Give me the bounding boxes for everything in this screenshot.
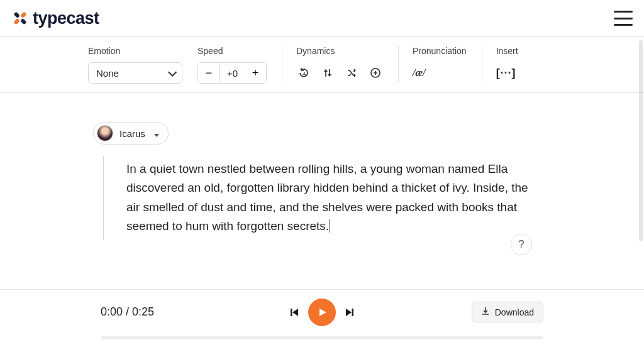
pronunciation-label: Pronunciation [413, 46, 467, 56]
divider [0, 289, 644, 290]
editor-area: Icarus In a quiet town nestled between r… [0, 93, 644, 287]
voice-name: Icarus [119, 128, 145, 139]
insert-pause-button[interactable]: [···] [496, 65, 516, 80]
svg-rect-2 [13, 11, 20, 18]
time-total: 0:25 [132, 305, 154, 318]
emotion-label: Emotion [88, 46, 182, 56]
speed-group: Speed − +0 + [197, 46, 282, 84]
svg-rect-3 [20, 18, 27, 25]
download-label: Download [495, 307, 534, 317]
progress-bar[interactable] [101, 336, 543, 339]
player-bar: 0:00 / 0:25 Download [0, 297, 644, 339]
script-block[interactable]: In a quiet town nestled between rolling … [103, 156, 543, 240]
pronunciation-group: Pronunciation /æ/ [413, 46, 482, 84]
script-text[interactable]: In a quiet town nestled between rolling … [126, 162, 528, 233]
voice-avatar-icon [97, 125, 113, 141]
emotion-dropdown[interactable]: None [88, 62, 182, 84]
dynamics-label: Dynamics [296, 46, 383, 56]
svg-rect-0 [20, 11, 27, 18]
help-icon: ? [518, 238, 524, 251]
scrollbar[interactable] [639, 40, 643, 241]
speed-stepper[interactable]: − +0 + [197, 62, 267, 84]
toolbar: Emotion None Speed − +0 + Dynamics [0, 36, 644, 93]
logo-mark-icon [11, 9, 29, 27]
emotion-value: None [96, 68, 119, 79]
download-icon [481, 307, 490, 317]
pronunciation-ipa-button[interactable]: /æ/ [413, 65, 425, 80]
svg-rect-1 [13, 18, 20, 25]
time-current: 0:00 [101, 305, 123, 318]
voice-selector[interactable]: Icarus [93, 122, 169, 145]
play-button[interactable] [308, 299, 336, 326]
toolbar-separator [398, 46, 399, 82]
toolbar-separator [282, 46, 282, 82]
svg-rect-5 [291, 309, 292, 316]
insert-label: Insert [496, 46, 518, 56]
playback-time: 0:00 / 0:25 [101, 305, 154, 319]
dynamics-pitch-icon[interactable] [320, 65, 335, 80]
speed-decrease-button[interactable]: − [198, 63, 219, 83]
brand-name: typecast [33, 9, 99, 28]
caret-down-icon [152, 128, 159, 139]
playback-controls [287, 299, 357, 326]
skip-next-button[interactable] [342, 305, 357, 320]
insert-group: Insert [···] [496, 46, 533, 84]
dynamics-reset-icon[interactable] [296, 65, 311, 80]
help-button[interactable]: ? [511, 234, 532, 255]
dynamics-shuffle-icon[interactable] [344, 65, 359, 80]
menu-button[interactable] [614, 11, 633, 26]
download-button[interactable]: Download [472, 302, 543, 322]
toolbar-separator [482, 46, 482, 82]
speed-value: +0 [219, 63, 245, 83]
speed-increase-button[interactable]: + [245, 63, 266, 83]
emotion-group: Emotion None [88, 46, 197, 84]
skip-prev-button[interactable] [287, 305, 302, 320]
dynamics-add-icon[interactable] [368, 65, 383, 80]
speed-label: Speed [197, 46, 267, 56]
dynamics-group: Dynamics [296, 46, 398, 84]
brand-logo[interactable]: typecast [11, 9, 99, 28]
chevron-down-icon [168, 68, 174, 79]
svg-rect-6 [352, 309, 354, 316]
